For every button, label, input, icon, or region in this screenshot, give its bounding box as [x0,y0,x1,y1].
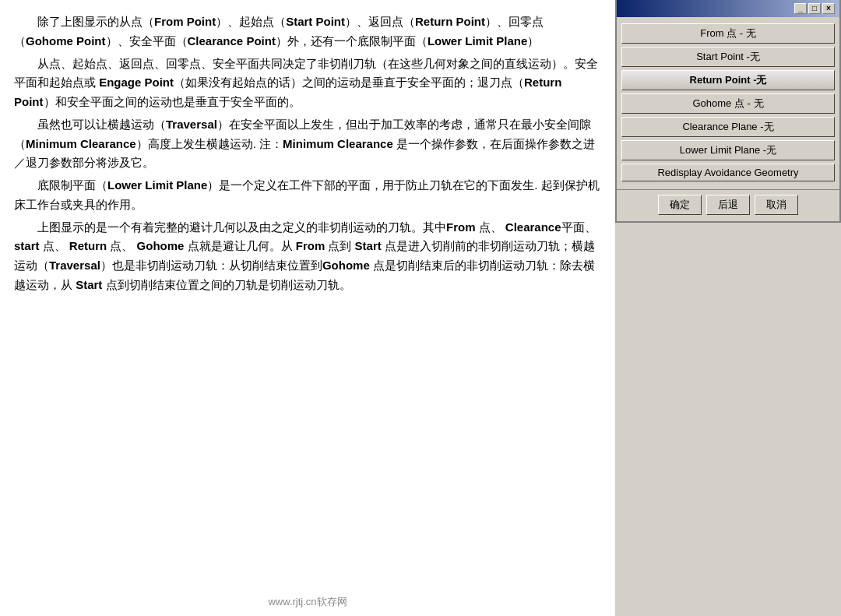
back-button[interactable]: 后退 [706,195,750,215]
panel-bottom-buttons: 确定 后退 取消 [617,192,839,221]
close-button[interactable]: × [822,3,835,14]
panel-body: From 点 - 无 Start Point -无 Return Point -… [617,17,839,188]
redisplay-button[interactable]: Redisplay Avoidance Geometry [621,164,835,181]
paragraph-4: 底限制平面（Lower Limit Plane）是一个定义在工件下部的平面，用于… [14,176,601,215]
paragraph-5: 上图显示的是一个有着完整的避计几何以及由之定义的非切削运动的刀轨。其中From … [14,218,601,295]
return-point-button[interactable]: Return Point -无 [621,70,835,90]
main-content-area: 除了上图显示的从点（From Point）、起始点（Start Point）、返… [0,0,615,616]
from-point-button[interactable]: From 点 - 无 [621,23,835,44]
clearance-plane-button[interactable]: Clearance Plane -无 [621,117,835,137]
paragraph-2: 从点、起始点、返回点、回零点、安全平面共同决定了非切削刀轨（在这些几何对象之间的… [14,55,601,112]
paragraph-1: 除了上图显示的从点（From Point）、起始点（Start Point）、返… [14,12,601,51]
watermark: www.rjtj.cn软存网 [268,593,347,610]
paragraph-3: 虽然也可以让横越运动（Traversal）在安全平面以上发生，但出于加工效率的考… [14,115,601,173]
avoidance-panel: _ □ × From 点 - 无 Start Point -无 Return P… [615,0,841,223]
cancel-button[interactable]: 取消 [755,195,798,215]
minimize-button[interactable]: _ [794,3,807,14]
confirm-button[interactable]: 确定 [658,195,702,215]
start-point-button[interactable]: Start Point -无 [621,47,835,67]
panel-titlebar: _ □ × [617,0,839,17]
maximize-button[interactable]: □ [808,3,821,14]
panel-titlebar-icons: _ □ × [794,3,835,14]
gohome-point-button[interactable]: Gohome 点 - 无 [621,93,835,114]
panel-divider [617,189,839,190]
lower-limit-plane-button[interactable]: Lower Limit Plane -无 [621,140,835,160]
